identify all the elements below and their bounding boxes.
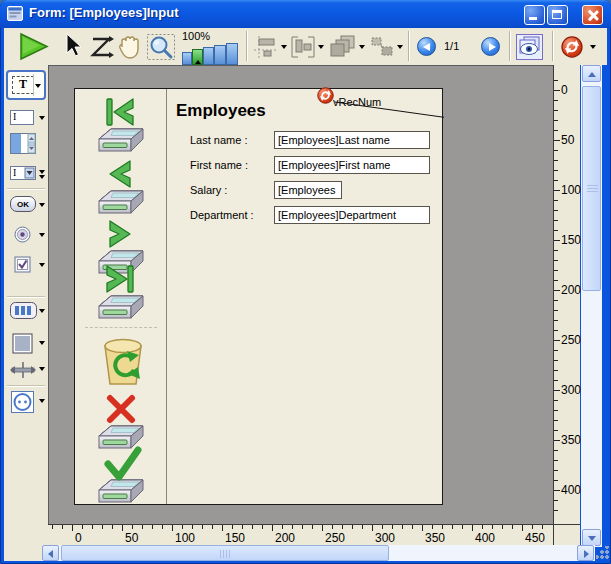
close-button[interactable] [582,5,603,25]
execute-form-button[interactable] [18,32,50,61]
entry-order-tool-button[interactable] [90,36,114,58]
ruler-tick [422,525,423,531]
zoom-bar-400[interactable] [214,45,226,65]
zoom-tool-button[interactable] [147,34,175,60]
field-label[interactable]: Last name : [190,134,247,146]
selection-tool-button[interactable] [65,34,83,58]
minimize-button[interactable] [524,5,545,25]
ruler-tick [372,525,373,531]
radio-tool-icon[interactable] [14,226,31,243]
column-divider-line[interactable] [166,89,167,504]
ruler-tick [554,110,558,111]
distribute-dropdown-arrow[interactable] [318,45,324,49]
vertical-scroll-thumb[interactable] [582,86,601,291]
horizontal-scrollbar[interactable] [42,545,595,561]
text-tool-dropdown-arrow[interactable] [35,84,41,88]
align-dropdown-arrow[interactable] [281,45,287,49]
horizontal-scroll-thumb[interactable] [61,545,389,561]
delete-record-button[interactable] [100,337,146,387]
variable-event-badge-icon[interactable] [317,87,334,104]
last-record-button[interactable] [97,264,145,320]
form-events-button[interactable] [561,36,583,58]
ruler-tick [554,190,560,191]
previous-record-button[interactable] [97,159,145,215]
form-title-object[interactable]: Employees [176,101,266,121]
level-tool-button[interactable] [330,35,356,59]
form-events-dropdown-arrow[interactable] [590,45,596,49]
cancel-button[interactable] [97,392,145,450]
button-grid-tool-icon[interactable] [10,302,37,319]
ruler-tick [554,460,558,461]
combobox-tool-icon[interactable]: I [10,166,36,180]
rectangle-tool-icon[interactable] [12,333,33,354]
zoom-bar-200[interactable] [203,47,214,65]
vertical-scrollbar[interactable] [581,65,602,547]
distribute-tool-button[interactable] [291,36,315,58]
scroll-right-button[interactable] [577,545,594,561]
combobox-tool-dropdown-arrow[interactable] [39,170,45,174]
title-bar[interactable]: Form: [Employees]Input [0,0,611,28]
rectangle-tool-dropdown-arrow[interactable] [39,341,45,345]
zoom-bar-800[interactable] [226,43,238,65]
plugin-area-tool-icon[interactable] [11,391,34,413]
hand-tool-button[interactable] [117,35,143,59]
radio-tool-dropdown-arrow[interactable] [39,233,45,237]
first-record-button[interactable] [97,97,145,153]
field-input-department[interactable]: [Employees]Department [274,206,430,224]
ruler-tick [554,130,558,131]
ruler-tick [102,525,103,529]
tool-input[interactable]: I [4,110,48,126]
field-label[interactable]: Department : [190,209,254,221]
listbox-tool-icon[interactable] [10,133,36,154]
field-label[interactable]: Salary : [190,184,227,196]
listbox-tool-dropdown-arrow[interactable] [39,175,45,179]
previous-page-button[interactable] [417,37,436,56]
resize-grip[interactable] [596,546,609,559]
ruler-tick [554,230,558,231]
align-tool-button[interactable] [254,36,278,58]
preview-mode-button[interactable] [516,34,543,60]
ruler-tick [162,525,163,529]
input-tool-dropdown-arrow[interactable] [39,116,45,120]
button-tool-dropdown-arrow[interactable] [39,203,45,207]
field-input-last-name[interactable]: [Employees]Last name [274,131,430,149]
ruler-tick [554,480,558,481]
scroll-up-button[interactable] [582,65,601,82]
ruler-tick [554,450,558,451]
checkbox-tool-dropdown-arrow[interactable] [39,263,45,267]
group-tool-button[interactable] [370,36,394,58]
ruler-tick [554,270,558,271]
zoom-bar-50[interactable] [182,52,192,65]
field-input-salary[interactable]: [Employees [274,181,342,199]
plugin-area-tool-dropdown-arrow[interactable] [39,399,45,403]
field-input-first-name[interactable]: [Employees]First name [274,156,430,174]
ruler-label: 100 [561,183,581,197]
ruler-label: 300 [561,383,581,397]
ruler-tick [554,100,558,101]
tool-text[interactable]: T [6,70,46,100]
field-label[interactable]: First name : [190,159,248,171]
ruler-tick [542,525,543,529]
checkbox-tool-icon[interactable] [14,256,31,273]
ruler-tick [554,120,558,121]
splitter-tool-dropdown-arrow[interactable] [39,367,45,371]
scroll-left-button[interactable] [42,545,59,561]
maximize-button[interactable] [547,5,568,25]
level-dropdown-arrow[interactable] [359,45,365,49]
accept-button[interactable] [97,446,145,504]
preview-eye-icon [517,35,542,59]
ruler-tick [554,390,560,391]
next-page-button[interactable] [481,37,500,56]
form-page[interactable]: Employees vRecNum Last name : [Employees… [74,88,443,505]
tool-button[interactable]: OK [4,196,48,214]
ruler-label: 300 [375,531,395,545]
record-number-variable[interactable]: vRecNum [333,96,381,108]
ruler-tick [554,290,560,291]
scroll-down-button[interactable] [582,529,601,546]
design-canvas[interactable]: Employees vRecNum Last name : [Employees… [48,65,553,524]
button-grid-tool-dropdown-arrow[interactable] [39,309,45,313]
splitter-tool-icon[interactable] [10,362,36,378]
forward-arrow-icon [489,43,496,51]
ruler-tick [242,525,243,529]
group-dropdown-arrow[interactable] [397,45,403,49]
